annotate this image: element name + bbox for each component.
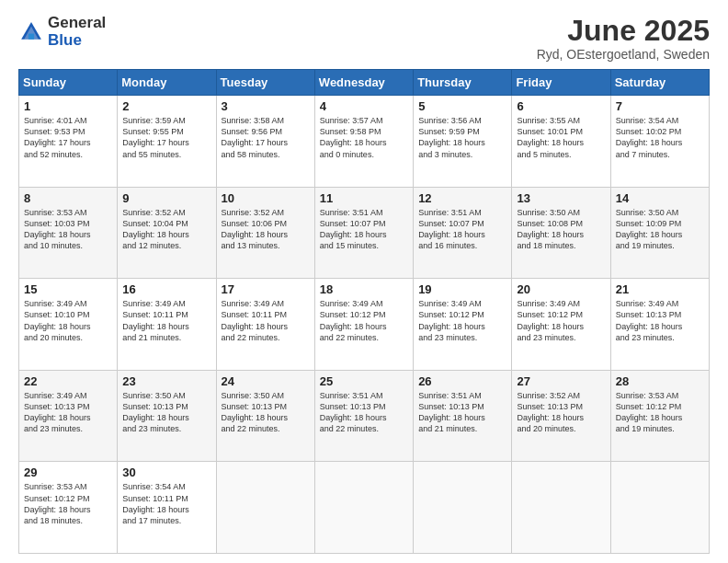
col-monday: Monday bbox=[118, 70, 216, 96]
table-row: 10Sunrise: 3:52 AM Sunset: 10:06 PM Dayl… bbox=[216, 187, 314, 279]
table-row: 18Sunrise: 3:49 AM Sunset: 10:12 PM Dayl… bbox=[314, 279, 413, 371]
week-row-3: 15Sunrise: 3:49 AM Sunset: 10:10 PM Dayl… bbox=[19, 279, 710, 371]
col-thursday: Thursday bbox=[414, 70, 512, 96]
day-info: Sunrise: 3:51 AM Sunset: 10:13 PM Daylig… bbox=[320, 390, 408, 435]
day-number: 12 bbox=[418, 191, 506, 205]
day-info: Sunrise: 3:52 AM Sunset: 10:06 PM Daylig… bbox=[222, 207, 310, 252]
day-number: 6 bbox=[517, 99, 605, 113]
day-number: 18 bbox=[320, 282, 408, 296]
day-info: Sunrise: 4:01 AM Sunset: 9:53 PM Dayligh… bbox=[24, 115, 112, 160]
day-info: Sunrise: 3:50 AM Sunset: 10:08 PM Daylig… bbox=[517, 207, 605, 252]
table-row: 23Sunrise: 3:50 AM Sunset: 10:13 PM Dayl… bbox=[118, 370, 216, 462]
day-number: 10 bbox=[222, 191, 310, 205]
table-row: 27Sunrise: 3:52 AM Sunset: 10:13 PM Dayl… bbox=[512, 370, 610, 462]
col-wednesday: Wednesday bbox=[314, 70, 413, 96]
week-row-2: 8Sunrise: 3:53 AM Sunset: 10:03 PM Dayli… bbox=[19, 187, 710, 279]
day-number: 1 bbox=[24, 99, 112, 113]
day-number: 5 bbox=[418, 99, 506, 113]
day-info: Sunrise: 3:49 AM Sunset: 10:11 PM Daylig… bbox=[222, 298, 310, 343]
main-title: June 2025 bbox=[537, 15, 710, 47]
day-info: Sunrise: 3:52 AM Sunset: 10:04 PM Daylig… bbox=[122, 207, 210, 252]
day-number: 16 bbox=[122, 282, 210, 296]
day-info: Sunrise: 3:53 AM Sunset: 10:12 PM Daylig… bbox=[616, 390, 704, 435]
day-number: 13 bbox=[517, 191, 605, 205]
week-row-5: 29Sunrise: 3:53 AM Sunset: 10:12 PM Dayl… bbox=[19, 462, 710, 554]
table-row: 12Sunrise: 3:51 AM Sunset: 10:07 PM Dayl… bbox=[414, 187, 512, 279]
day-number: 23 bbox=[122, 374, 210, 388]
day-info: Sunrise: 3:56 AM Sunset: 9:59 PM Dayligh… bbox=[418, 115, 506, 160]
table-row: 4Sunrise: 3:57 AM Sunset: 9:58 PM Daylig… bbox=[314, 96, 413, 188]
table-row: 14Sunrise: 3:50 AM Sunset: 10:09 PM Dayl… bbox=[610, 187, 709, 279]
logo-general-text: General bbox=[48, 15, 106, 32]
table-row: 5Sunrise: 3:56 AM Sunset: 9:59 PM Daylig… bbox=[414, 96, 512, 188]
table-row: 25Sunrise: 3:51 AM Sunset: 10:13 PM Dayl… bbox=[314, 370, 413, 462]
day-number: 27 bbox=[517, 374, 605, 388]
table-row: 26Sunrise: 3:51 AM Sunset: 10:13 PM Dayl… bbox=[414, 370, 512, 462]
table-row bbox=[610, 462, 709, 554]
svg-rect-2 bbox=[28, 33, 34, 39]
table-row: 24Sunrise: 3:50 AM Sunset: 10:13 PM Dayl… bbox=[216, 370, 314, 462]
week-row-1: 1Sunrise: 4:01 AM Sunset: 9:53 PM Daylig… bbox=[19, 96, 710, 188]
calendar: Sunday Monday Tuesday Wednesday Thursday… bbox=[18, 69, 710, 554]
title-block: June 2025 Ryd, OEstergoetland, Sweden bbox=[537, 15, 710, 62]
day-info: Sunrise: 3:49 AM Sunset: 10:13 PM Daylig… bbox=[616, 298, 704, 343]
table-row bbox=[512, 462, 610, 554]
day-number: 30 bbox=[122, 465, 210, 479]
table-row: 20Sunrise: 3:49 AM Sunset: 10:12 PM Dayl… bbox=[512, 279, 610, 371]
table-row: 7Sunrise: 3:54 AM Sunset: 10:02 PM Dayli… bbox=[610, 96, 709, 188]
day-number: 2 bbox=[122, 99, 210, 113]
day-info: Sunrise: 3:53 AM Sunset: 10:12 PM Daylig… bbox=[24, 481, 112, 526]
day-info: Sunrise: 3:50 AM Sunset: 10:13 PM Daylig… bbox=[122, 390, 210, 435]
table-row: 2Sunrise: 3:59 AM Sunset: 9:55 PM Daylig… bbox=[118, 96, 216, 188]
logo-text: General Blue bbox=[48, 15, 106, 49]
calendar-header-row: Sunday Monday Tuesday Wednesday Thursday… bbox=[19, 70, 710, 96]
table-row: 21Sunrise: 3:49 AM Sunset: 10:13 PM Dayl… bbox=[610, 279, 709, 371]
day-info: Sunrise: 3:51 AM Sunset: 10:13 PM Daylig… bbox=[418, 390, 506, 435]
day-number: 28 bbox=[616, 374, 704, 388]
table-row: 3Sunrise: 3:58 AM Sunset: 9:56 PM Daylig… bbox=[216, 96, 314, 188]
day-number: 22 bbox=[24, 374, 112, 388]
table-row bbox=[216, 462, 314, 554]
table-row bbox=[414, 462, 512, 554]
week-row-4: 22Sunrise: 3:49 AM Sunset: 10:13 PM Dayl… bbox=[19, 370, 710, 462]
day-number: 21 bbox=[616, 282, 704, 296]
day-number: 9 bbox=[122, 191, 210, 205]
header-row: General Blue June 2025 Ryd, OEstergoetla… bbox=[18, 15, 710, 62]
day-info: Sunrise: 3:58 AM Sunset: 9:56 PM Dayligh… bbox=[222, 115, 310, 160]
day-info: Sunrise: 3:51 AM Sunset: 10:07 PM Daylig… bbox=[418, 207, 506, 252]
day-number: 8 bbox=[24, 191, 112, 205]
day-number: 4 bbox=[320, 99, 408, 113]
logo-icon bbox=[18, 19, 44, 45]
day-number: 19 bbox=[418, 282, 506, 296]
day-info: Sunrise: 3:49 AM Sunset: 10:11 PM Daylig… bbox=[122, 298, 210, 343]
day-info: Sunrise: 3:49 AM Sunset: 10:12 PM Daylig… bbox=[517, 298, 605, 343]
day-number: 15 bbox=[24, 282, 112, 296]
day-number: 3 bbox=[222, 99, 310, 113]
table-row: 8Sunrise: 3:53 AM Sunset: 10:03 PM Dayli… bbox=[19, 187, 118, 279]
day-info: Sunrise: 3:50 AM Sunset: 10:09 PM Daylig… bbox=[616, 207, 704, 252]
day-number: 11 bbox=[320, 191, 408, 205]
day-number: 25 bbox=[320, 374, 408, 388]
day-number: 24 bbox=[222, 374, 310, 388]
day-info: Sunrise: 3:50 AM Sunset: 10:13 PM Daylig… bbox=[222, 390, 310, 435]
subtitle: Ryd, OEstergoetland, Sweden bbox=[537, 47, 710, 62]
day-number: 26 bbox=[418, 374, 506, 388]
col-friday: Friday bbox=[512, 70, 610, 96]
table-row: 29Sunrise: 3:53 AM Sunset: 10:12 PM Dayl… bbox=[19, 462, 118, 554]
table-row: 11Sunrise: 3:51 AM Sunset: 10:07 PM Dayl… bbox=[314, 187, 413, 279]
day-number: 20 bbox=[517, 282, 605, 296]
day-number: 17 bbox=[222, 282, 310, 296]
table-row bbox=[314, 462, 413, 554]
day-info: Sunrise: 3:52 AM Sunset: 10:13 PM Daylig… bbox=[517, 390, 605, 435]
day-number: 14 bbox=[616, 191, 704, 205]
logo-blue-text: Blue bbox=[48, 32, 106, 50]
day-info: Sunrise: 3:57 AM Sunset: 9:58 PM Dayligh… bbox=[320, 115, 408, 160]
col-tuesday: Tuesday bbox=[216, 70, 314, 96]
table-row: 22Sunrise: 3:49 AM Sunset: 10:13 PM Dayl… bbox=[19, 370, 118, 462]
day-info: Sunrise: 3:54 AM Sunset: 10:11 PM Daylig… bbox=[122, 481, 210, 526]
day-info: Sunrise: 3:53 AM Sunset: 10:03 PM Daylig… bbox=[24, 207, 112, 252]
table-row: 30Sunrise: 3:54 AM Sunset: 10:11 PM Dayl… bbox=[118, 462, 216, 554]
table-row: 15Sunrise: 3:49 AM Sunset: 10:10 PM Dayl… bbox=[19, 279, 118, 371]
day-info: Sunrise: 3:49 AM Sunset: 10:10 PM Daylig… bbox=[24, 298, 112, 343]
day-info: Sunrise: 3:49 AM Sunset: 10:12 PM Daylig… bbox=[418, 298, 506, 343]
